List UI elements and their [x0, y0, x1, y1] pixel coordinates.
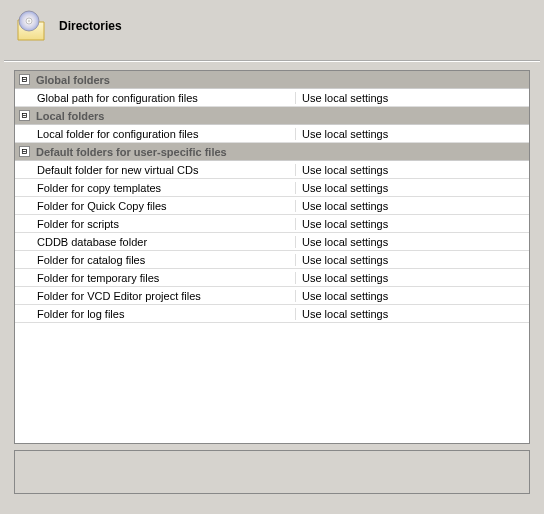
property-label: Folder for copy templates [15, 182, 295, 194]
grid-empty-area [15, 323, 529, 443]
cd-folder-icon [15, 10, 47, 42]
property-value[interactable]: Use local settings [295, 236, 529, 248]
property-row[interactable]: Folder for VCD Editor project filesUse l… [15, 287, 529, 305]
property-value[interactable]: Use local settings [295, 254, 529, 266]
property-value[interactable]: Use local settings [295, 128, 529, 140]
property-value[interactable]: Use local settings [295, 290, 529, 302]
property-label: Global path for configuration files [15, 92, 295, 104]
property-value[interactable]: Use local settings [295, 218, 529, 230]
section-header[interactable]: ⊟Local folders [15, 107, 529, 125]
collapse-icon[interactable]: ⊟ [19, 110, 30, 121]
svg-point-2 [28, 20, 30, 22]
property-value[interactable]: Use local settings [295, 200, 529, 212]
property-row[interactable]: Local folder for configuration filesUse … [15, 125, 529, 143]
section-title: Local folders [36, 110, 104, 122]
section-header[interactable]: ⊟Global folders [15, 71, 529, 89]
property-row[interactable]: Folder for catalog filesUse local settin… [15, 251, 529, 269]
property-value[interactable]: Use local settings [295, 182, 529, 194]
property-label: Folder for log files [15, 308, 295, 320]
property-label: Folder for scripts [15, 218, 295, 230]
property-value[interactable]: Use local settings [295, 92, 529, 104]
property-label: Default folder for new virtual CDs [15, 164, 295, 176]
property-label: Folder for temporary files [15, 272, 295, 284]
property-row[interactable]: Folder for copy templatesUse local setti… [15, 179, 529, 197]
property-label: Folder for catalog files [15, 254, 295, 266]
description-panel [14, 450, 530, 494]
property-label: Local folder for configuration files [15, 128, 295, 140]
section-header[interactable]: ⊟Default folders for user-specific files [15, 143, 529, 161]
page-title: Directories [59, 19, 122, 33]
collapse-icon[interactable]: ⊟ [19, 74, 30, 85]
property-row[interactable]: Default folder for new virtual CDsUse lo… [15, 161, 529, 179]
property-row[interactable]: Folder for scriptsUse local settings [15, 215, 529, 233]
property-row[interactable]: Folder for temporary filesUse local sett… [15, 269, 529, 287]
page-header: Directories [0, 0, 544, 60]
directories-grid: ⊟Global foldersGlobal path for configura… [14, 70, 530, 444]
collapse-icon[interactable]: ⊟ [19, 146, 30, 157]
property-value[interactable]: Use local settings [295, 272, 529, 284]
property-row[interactable]: Global path for configuration filesUse l… [15, 89, 529, 107]
property-row[interactable]: Folder for Quick Copy filesUse local set… [15, 197, 529, 215]
property-label: Folder for VCD Editor project files [15, 290, 295, 302]
header-separator [4, 60, 540, 62]
property-label: CDDB database folder [15, 236, 295, 248]
property-value[interactable]: Use local settings [295, 308, 529, 320]
section-title: Global folders [36, 74, 110, 86]
property-row[interactable]: CDDB database folderUse local settings [15, 233, 529, 251]
property-value[interactable]: Use local settings [295, 164, 529, 176]
property-label: Folder for Quick Copy files [15, 200, 295, 212]
property-row[interactable]: Folder for log filesUse local settings [15, 305, 529, 323]
section-title: Default folders for user-specific files [36, 146, 227, 158]
